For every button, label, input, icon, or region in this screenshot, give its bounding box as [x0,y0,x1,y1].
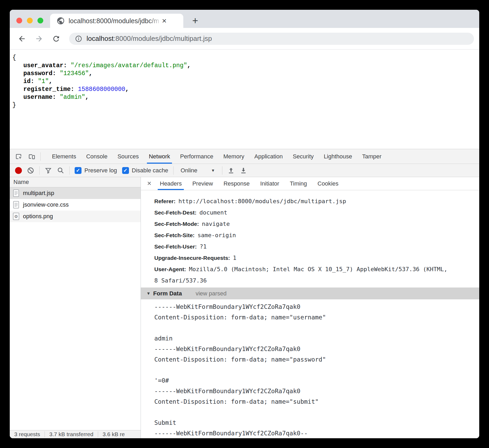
devtools-tab-application[interactable]: Application [249,149,288,164]
network-toolbar: ✓ Preserve log ✓ Disable cache Online ▼ [10,164,479,177]
clear-icon[interactable] [27,167,34,174]
detail-tab-cookies[interactable]: Cookies [312,177,344,190]
throttling-dropdown[interactable]: Online ▼ [179,167,217,174]
form-data-line: '=0# [154,375,479,386]
divider [39,166,40,175]
status-item: 3 requests [10,431,45,437]
request-detail-panel: × HeadersPreviewResponseInitiatorTimingC… [141,177,479,438]
document-file-icon [13,201,19,209]
json-line: } [12,101,479,109]
header-name: Sec-Fetch-User: [154,244,197,250]
devtools-tab-sources[interactable]: Sources [112,149,144,164]
devtools-tabbar-tabs: ElementsConsoleSourcesNetworkPerformance… [47,149,386,164]
devtools-tab-console[interactable]: Console [81,149,113,164]
devtools-tab-network[interactable]: Network [144,149,175,164]
detail-tab-preview[interactable]: Preview [187,177,218,190]
close-window-button[interactable] [16,18,22,23]
divider [40,152,41,161]
name-column-header[interactable]: Name [10,177,141,187]
json-line: user_avatar: "/res/images/avatar/default… [12,62,479,70]
form-data-line [154,365,479,375]
form-data-line: Content-Disposition: form-data; name="us… [154,312,479,323]
header-line: Sec-Fetch-Mode:navigate [154,218,479,230]
minimize-window-button[interactable] [27,18,33,23]
export-har-icon[interactable] [240,167,247,174]
page-json-viewer: { user_avatar: "/res/images/avatar/defau… [10,50,479,149]
new-tab-button[interactable]: + [192,16,198,26]
divider [222,166,222,175]
search-icon[interactable] [57,167,64,174]
request-headers-block: Referer:http://localhost:8000/modules/jd… [141,190,479,286]
detail-tab-headers[interactable]: Headers [155,177,187,190]
close-detail-icon[interactable]: × [144,177,155,190]
url-field[interactable]: localhost:8000/modules/jdbc/multipart.js… [69,33,474,45]
devtools-tab-lighthouse[interactable]: Lighthouse [319,149,357,164]
header-line: Sec-Fetch-Site:same-origin [154,230,479,241]
request-list-panel: Name multipart.jspjsonview-core.css⚙opti… [10,177,141,438]
form-data-line: ------WebKitFormBoundary1WYcf2CZoRa7qak0 [154,344,479,354]
zoom-window-button[interactable] [37,18,43,23]
checkbox-checked-icon[interactable]: ✓ [75,167,81,174]
image-file-icon: ⚙ [13,212,19,220]
request-row-multipart-jsp[interactable]: multipart.jsp [10,187,141,199]
detail-tabbar: × HeadersPreviewResponseInitiatorTimingC… [141,177,479,190]
request-name: jsonview-core.css [23,201,69,208]
form-data-raw: ------WebKitFormBoundary1WYcf2CZoRa7qak0… [141,299,479,438]
import-har-icon[interactable] [227,167,235,174]
form-data-line: Submit [154,417,479,428]
header-value: 1 [233,255,236,261]
request-row-options-png[interactable]: ⚙options.png [10,211,141,222]
browser-tab-strip: localhost:8000/modules/jdbc/m × + [10,10,479,28]
form-data-line: admin [154,333,479,344]
url-text: localhost:8000/modules/jdbc/multipart.js… [87,35,212,43]
form-data-line: Content-Disposition: form-data; name="pa… [154,354,479,365]
header-name: Upgrade-Insecure-Requests: [154,255,230,261]
record-button[interactable] [15,167,22,174]
preserve-log-checkbox[interactable]: ✓ Preserve log [75,167,117,174]
site-info-icon[interactable] [75,35,82,42]
header-line: Sec-Fetch-Dest:document [154,207,479,218]
form-data-section-header[interactable]: ▼ Form Data view parsed [141,288,479,299]
headers-pane: Referer:http://localhost:8000/modules/jd… [141,190,479,438]
divider [173,166,174,175]
filter-icon[interactable] [45,167,52,174]
network-panel: Name multipart.jspjsonview-core.css⚙opti… [10,177,479,438]
header-line: Referer:http://localhost:8000/modules/jd… [154,196,479,207]
checkbox-checked-icon[interactable]: ✓ [122,167,129,174]
tab-title: localhost:8000/modules/jdbc/m [69,17,161,25]
request-name: options.png [23,213,53,220]
chevron-down-icon: ▼ [211,168,215,173]
browser-tab[interactable]: localhost:8000/modules/jdbc/m × [50,14,183,28]
reload-icon[interactable] [52,35,60,43]
header-line: 8 Safari/537.36 [154,275,479,286]
header-value: 8 Safari/537.36 [154,277,207,284]
device-toolbar-icon[interactable] [28,153,36,160]
header-name: Sec-Fetch-Mode: [154,221,199,227]
window-controls [16,18,43,23]
request-row-jsonview-core-css[interactable]: jsonview-core.css [10,199,141,211]
header-value: ?1 [200,243,207,250]
devtools-toolbar-icons [10,149,40,164]
throttling-value: Online [181,167,198,174]
devtools-tabbar: ElementsConsoleSourcesNetworkPerformance… [10,149,479,164]
forward-icon[interactable] [35,35,43,43]
status-item: 3.7 kB transferred [45,431,98,437]
devtools-tab-memory[interactable]: Memory [218,149,249,164]
inspect-element-icon[interactable] [15,153,22,160]
header-name: Sec-Fetch-Site: [154,232,195,238]
devtools-tab-security[interactable]: Security [288,149,319,164]
detail-tab-initiator[interactable]: Initiator [255,177,284,190]
detail-tab-timing[interactable]: Timing [285,177,312,190]
request-name: multipart.jsp [23,190,54,197]
detail-tab-response[interactable]: Response [218,177,255,190]
svg-text:⚙: ⚙ [14,214,18,219]
view-parsed-link[interactable]: view parsed [196,290,227,297]
form-data-line: ------WebKitFormBoundary1WYcf2CZoRa7qak0 [154,301,479,312]
devtools-tab-tamper[interactable]: Tamper [357,149,386,164]
devtools-tab-performance[interactable]: Performance [175,149,218,164]
disable-cache-checkbox[interactable]: ✓ Disable cache [122,167,168,174]
status-item: 3.6 kB re [98,431,129,437]
back-icon[interactable] [18,35,26,43]
devtools-tab-elements[interactable]: Elements [47,149,81,164]
tab-close-icon[interactable]: × [162,17,167,25]
